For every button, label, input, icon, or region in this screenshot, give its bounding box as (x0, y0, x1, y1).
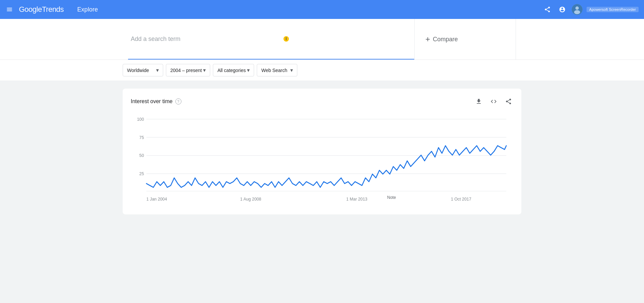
header: Google Trends Explore Apowersoft ScreenR… (0, 0, 644, 19)
search-box (128, 19, 414, 60)
share-icon[interactable] (542, 4, 553, 15)
svg-text:1 Jan 2004: 1 Jan 2004 (146, 196, 167, 202)
menu-icon[interactable] (5, 5, 14, 14)
help-icon-label: ? (177, 99, 179, 103)
google-trends-logo[interactable]: Google Trends (19, 5, 64, 14)
compare-button[interactable]: + Compare (414, 19, 516, 60)
cursor-indicator (283, 36, 289, 42)
svg-text:1 Mar 2013: 1 Mar 2013 (346, 196, 367, 202)
time-filter-chevron: ▾ (203, 67, 206, 73)
search-type-filter[interactable]: Web Search ▾ (257, 64, 297, 76)
chart-header: Interest over time ? (131, 97, 513, 106)
chart-area: 100 75 50 25 Note 1 Jan 2004 1 Aug 2008 … (131, 112, 513, 206)
time-filter-label: 2004 – present (170, 68, 202, 73)
search-type-filter-chevron: ▾ (290, 67, 293, 73)
logo-google-text: Google (19, 5, 42, 14)
chart-svg: 100 75 50 25 Note 1 Jan 2004 1 Aug 2008 … (131, 112, 513, 206)
search-area: + Compare (0, 19, 644, 60)
main-inner: Interest over time ? (123, 89, 521, 214)
filters-bar: Worldwide ▾ 2004 – present ▾ All categor… (0, 60, 644, 80)
compare-plus-icon: + (425, 34, 430, 44)
chart-card: Interest over time ? (123, 89, 521, 214)
download-button[interactable] (474, 97, 484, 106)
svg-point-1 (575, 6, 579, 10)
category-filter[interactable]: All categories ▾ (213, 64, 254, 76)
svg-point-2 (574, 10, 580, 14)
filters-inner: Worldwide ▾ 2004 – present ▾ All categor… (123, 60, 521, 80)
svg-text:Note: Note (387, 194, 396, 200)
share-chart-button[interactable] (504, 97, 513, 106)
category-filter-chevron: ▾ (247, 67, 250, 73)
search-type-filter-label: Web Search (261, 68, 287, 73)
location-filter-chevron: ▾ (156, 67, 159, 73)
search-icon-header[interactable] (557, 4, 568, 15)
header-right: Apowersoft ScreenRecorder (542, 4, 639, 15)
chart-title: Interest over time (131, 98, 173, 104)
apowersoft-label: Apowersoft ScreenRecorder (587, 7, 639, 12)
right-border (516, 19, 516, 60)
location-filter[interactable]: Worldwide ▾ (123, 64, 163, 76)
help-icon[interactable]: ? (175, 98, 181, 104)
svg-text:100: 100 (137, 116, 144, 122)
search-input[interactable] (131, 36, 412, 43)
chart-actions (474, 97, 513, 106)
avatar[interactable] (572, 4, 583, 15)
explore-label: Explore (77, 6, 98, 13)
search-container: + Compare (123, 19, 521, 60)
svg-text:25: 25 (139, 171, 144, 177)
category-filter-label: All categories (217, 68, 246, 73)
chart-title-area: Interest over time ? (131, 98, 181, 104)
location-filter-label: Worldwide (127, 68, 149, 73)
time-filter[interactable]: 2004 – present ▾ (166, 64, 210, 76)
svg-text:1 Aug 2008: 1 Aug 2008 (240, 196, 261, 202)
main-content: Interest over time ? (0, 80, 644, 228)
svg-text:1 Oct 2017: 1 Oct 2017 (451, 196, 471, 202)
svg-text:50: 50 (139, 153, 144, 158)
compare-label: Compare (433, 36, 458, 43)
logo-trends-text: Trends (42, 5, 64, 14)
embed-button[interactable] (489, 97, 498, 106)
svg-text:75: 75 (139, 135, 144, 140)
